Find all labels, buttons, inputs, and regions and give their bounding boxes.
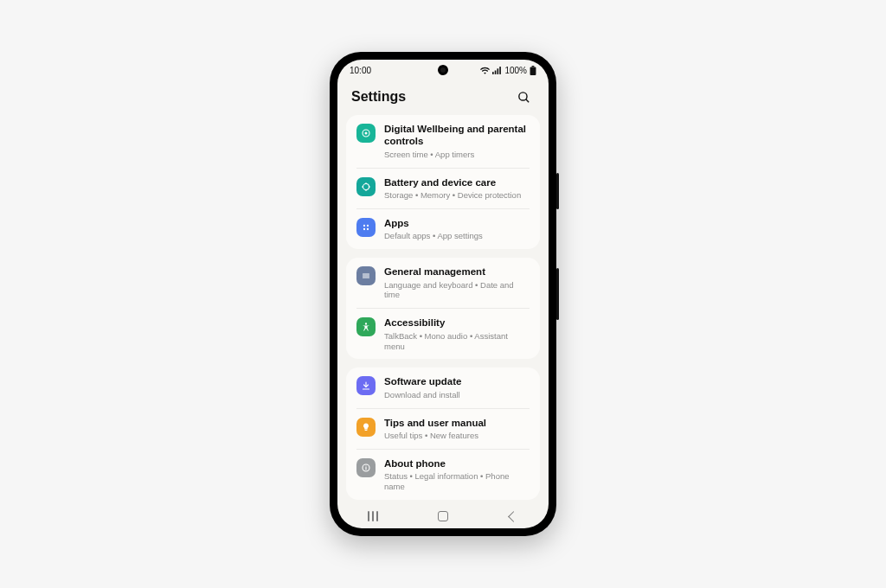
- battery-icon: [530, 66, 536, 75]
- item-title: About phone: [384, 457, 530, 470]
- search-button[interactable]: [512, 86, 535, 108]
- item-device-care[interactable]: Battery and device care Storage • Memory…: [346, 169, 540, 208]
- item-title: Software update: [384, 375, 530, 387]
- front-camera: [438, 65, 448, 75]
- svg-rect-2: [498, 68, 499, 74]
- item-subtitle: Storage • Memory • Device protection: [384, 190, 530, 201]
- item-subtitle: Download and install: [384, 390, 530, 400]
- software-update-icon: [356, 376, 376, 395]
- recents-icon: [368, 511, 378, 521]
- nav-back-button[interactable]: [498, 504, 529, 528]
- item-title: Accessibility: [384, 316, 530, 329]
- home-icon: [438, 511, 448, 521]
- settings-group: General management Language and keyboard…: [346, 258, 540, 359]
- back-icon: [508, 511, 519, 522]
- svg-rect-19: [365, 430, 368, 431]
- item-title: Battery and device care: [384, 176, 530, 189]
- volume-button: [556, 173, 559, 209]
- svg-rect-0: [492, 72, 494, 74]
- item-title: Tips and user manual: [384, 417, 530, 429]
- general-management-icon: [356, 266, 376, 285]
- svg-point-11: [363, 225, 365, 227]
- item-subtitle: TalkBack • Mono audio • Assistant menu: [384, 331, 530, 352]
- item-subtitle: Status • Legal information • Phone name: [384, 471, 530, 492]
- nav-recents-button[interactable]: [357, 504, 388, 528]
- wifi-icon: [480, 67, 490, 74]
- svg-point-14: [367, 228, 369, 230]
- about-phone-icon: [356, 458, 376, 477]
- svg-point-6: [518, 92, 526, 99]
- item-about-phone[interactable]: About phone Status • Legal information •…: [346, 450, 540, 500]
- accessibility-icon: [356, 317, 376, 336]
- signal-icon: [492, 67, 502, 74]
- power-button: [556, 268, 559, 320]
- item-digital-wellbeing[interactable]: Digital Wellbeing and parental controls …: [346, 115, 540, 168]
- item-software-update[interactable]: Software update Download and install: [346, 368, 540, 407]
- item-tips[interactable]: Tips and user manual Useful tips • New f…: [346, 409, 540, 449]
- item-general-management[interactable]: General management Language and keyboard…: [346, 258, 540, 308]
- svg-point-13: [363, 228, 365, 230]
- item-accessibility[interactable]: Accessibility TalkBack • Mono audio • As…: [346, 309, 540, 359]
- item-title: Digital Wellbeing and parental controls: [384, 123, 530, 148]
- digital-wellbeing-icon: [356, 124, 376, 143]
- item-apps[interactable]: Apps Default apps • App settings: [346, 209, 540, 249]
- app-bar: Settings: [337, 80, 549, 115]
- svg-point-9: [365, 132, 368, 135]
- item-title: General management: [384, 265, 530, 278]
- screen: 10:00 100% Settings: [337, 60, 549, 528]
- status-time: 10:00: [350, 66, 371, 75]
- tips-icon: [356, 418, 376, 437]
- svg-point-10: [363, 183, 369, 189]
- svg-point-18: [365, 323, 367, 325]
- navigation-bar: [337, 504, 549, 528]
- svg-rect-1: [495, 70, 497, 74]
- search-icon: [517, 90, 531, 105]
- svg-line-7: [525, 99, 528, 101]
- item-subtitle: Useful tips • New features: [384, 431, 530, 441]
- svg-rect-5: [530, 67, 536, 75]
- page-title: Settings: [351, 89, 406, 105]
- phone-frame: 10:00 100% Settings: [330, 52, 556, 536]
- item-subtitle: Language and keyboard • Date and time: [384, 280, 530, 301]
- item-title: Apps: [384, 217, 530, 229]
- apps-icon: [356, 218, 376, 237]
- item-subtitle: Screen time • App timers: [384, 150, 530, 160]
- battery-percent: 100%: [504, 66, 527, 75]
- svg-rect-4: [532, 66, 535, 67]
- settings-list: Digital Wellbeing and parental controls …: [337, 115, 549, 514]
- item-subtitle: Default apps • App settings: [384, 231, 530, 241]
- settings-group: Digital Wellbeing and parental controls …: [346, 115, 540, 249]
- nav-home-button[interactable]: [427, 504, 459, 528]
- svg-rect-3: [500, 67, 502, 74]
- svg-point-12: [367, 225, 369, 227]
- settings-group: Software update Download and install Tip…: [346, 368, 540, 500]
- device-care-icon: [356, 177, 376, 196]
